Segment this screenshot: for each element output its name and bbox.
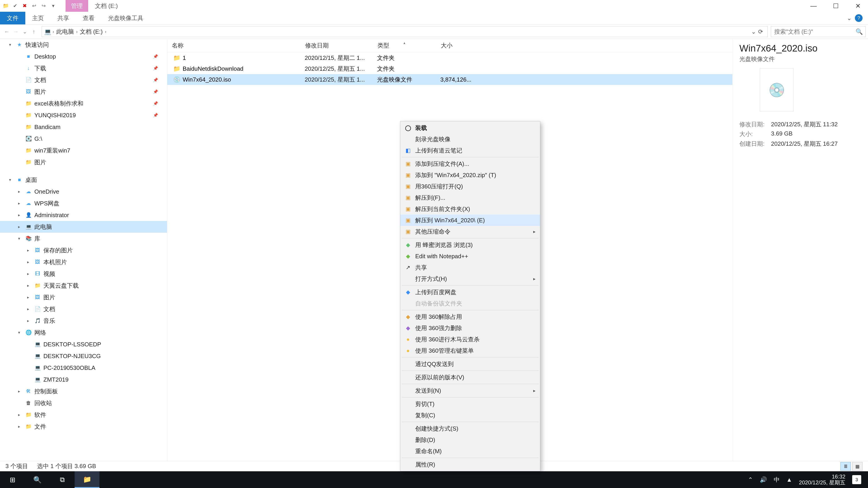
nav-item[interactable]: 💻DESKTOP-LSSOEDP bbox=[0, 338, 167, 350]
tree-caret-icon[interactable]: ▸ bbox=[25, 283, 31, 288]
nav-item[interactable]: ▸📁天翼云盘下载 bbox=[0, 280, 167, 291]
tree-caret-icon[interactable]: ▸ bbox=[25, 318, 31, 323]
nav-item[interactable]: ▸💻此电脑 bbox=[0, 221, 167, 233]
taskbar-date[interactable]: 2020/12/25, 星期五 bbox=[799, 480, 845, 486]
tree-caret-icon[interactable]: ▸ bbox=[25, 306, 31, 312]
redo-icon[interactable]: ↪ bbox=[40, 2, 47, 9]
nav-item[interactable]: ▸🖼本机照片 bbox=[0, 256, 167, 268]
tree-caret-icon[interactable]: ▾ bbox=[7, 42, 13, 47]
explorer-taskbar-icon[interactable]: 📁 bbox=[74, 471, 99, 488]
nav-item[interactable]: 🖼图片📌 bbox=[0, 86, 167, 98]
view-icons-button[interactable]: ▦ bbox=[852, 462, 863, 470]
tray-overflow-icon[interactable]: ⌃ bbox=[748, 476, 753, 483]
nav-item[interactable]: ▸📄文档 bbox=[0, 303, 167, 315]
ribbon-expand-icon[interactable]: ⌄ bbox=[847, 15, 852, 22]
context-menu-item[interactable]: ▣添加到压缩文件(A)... bbox=[400, 158, 540, 169]
context-menu-item[interactable]: 创建快捷方式(S) bbox=[400, 423, 540, 434]
nav-item[interactable]: ↓下载📌 bbox=[0, 62, 167, 74]
context-menu-item[interactable]: ●使用 360进行木马云查杀 bbox=[400, 334, 540, 345]
nav-item[interactable]: 📁YUNQISHI2019📌 bbox=[0, 109, 167, 121]
tree-caret-icon[interactable]: ▸ bbox=[25, 248, 31, 253]
search-input[interactable] bbox=[774, 28, 856, 35]
context-menu-item[interactable]: 通过QQ发送到 bbox=[400, 358, 540, 369]
nav-item[interactable]: 📁图片 bbox=[0, 156, 167, 168]
task-view-button[interactable]: ⧉ bbox=[50, 471, 74, 488]
context-menu-item[interactable]: ◆用 蜂蜜浏览器 浏览(3) bbox=[400, 239, 540, 251]
tree-caret-icon[interactable]: ▸ bbox=[16, 201, 22, 206]
context-menu-item[interactable]: 剪切(T) bbox=[400, 398, 540, 410]
context-menu-item[interactable]: ▣解压到 Win7x64_2020\ (E) bbox=[400, 215, 540, 226]
ribbon-tab-disc-tools[interactable]: 光盘映像工具 bbox=[101, 12, 150, 24]
ime-indicator[interactable]: 中 bbox=[774, 476, 780, 484]
nav-item[interactable]: 💻ZMT2019 bbox=[0, 374, 167, 385]
up-button[interactable]: ↑ bbox=[29, 27, 38, 36]
context-menu-item[interactable]: 复制(C) bbox=[400, 410, 540, 421]
start-button[interactable]: ⊞ bbox=[0, 471, 25, 488]
context-menu-item[interactable]: ●使用 360管理右键菜单 bbox=[400, 345, 540, 356]
nav-item[interactable]: ▸📁软件 bbox=[0, 409, 167, 421]
column-date[interactable]: 修改日期 bbox=[301, 41, 373, 50]
file-row[interactable]: 📁12020/12/15, 星期二 1...文件夹 bbox=[167, 53, 733, 63]
search-icon[interactable]: 🔍 bbox=[856, 28, 863, 35]
tree-caret-icon[interactable]: ▸ bbox=[16, 224, 22, 229]
taskbar-search-button[interactable]: 🔍 bbox=[25, 471, 50, 488]
forward-button[interactable]: → bbox=[11, 27, 20, 36]
dropdown-icon[interactable]: ▾ bbox=[50, 2, 57, 9]
delete-icon[interactable]: ✖ bbox=[21, 2, 28, 9]
undo-icon[interactable]: ↩ bbox=[31, 2, 37, 9]
file-row[interactable]: 📁BaiduNetdiskDownload2020/12/25, 星期五 1..… bbox=[167, 63, 733, 74]
context-menu-item[interactable]: ▣其他压缩命令▸ bbox=[400, 226, 540, 237]
column-name[interactable]: 名称 bbox=[167, 41, 301, 50]
context-menu-item[interactable]: ↗共享 bbox=[400, 262, 540, 273]
ribbon-tab-home[interactable]: 主页 bbox=[25, 12, 51, 24]
nav-item[interactable]: 💻DESKTOP-NJEU3CG bbox=[0, 350, 167, 362]
nav-item[interactable]: ▸🎵音乐 bbox=[0, 315, 167, 327]
nav-item[interactable]: 📁excel表格制作求和📌 bbox=[0, 98, 167, 109]
context-menu-item[interactable]: 属性(R) bbox=[400, 459, 540, 470]
context-menu-item[interactable]: ▣添加到 "Win7x64_2020.zip" (T) bbox=[400, 169, 540, 181]
breadcrumb-root[interactable]: 此电脑 bbox=[55, 28, 75, 36]
context-menu-item[interactable]: 删除(D) bbox=[400, 434, 540, 446]
breadcrumb-folder[interactable]: 文档 (E:) bbox=[79, 28, 103, 36]
ribbon-tab-view[interactable]: 查看 bbox=[76, 12, 101, 24]
context-menu-item[interactable]: ◯装载 bbox=[400, 122, 540, 133]
context-menu-item[interactable]: ◆使用 360强力删除 bbox=[400, 322, 540, 334]
tree-caret-icon[interactable]: ▸ bbox=[16, 213, 22, 218]
tree-caret-icon[interactable]: ▸ bbox=[25, 260, 31, 265]
context-menu-item[interactable]: ▣解压到当前文件夹(X) bbox=[400, 203, 540, 215]
tree-caret-icon[interactable]: ▸ bbox=[16, 412, 22, 417]
view-details-button[interactable]: ≣ bbox=[840, 462, 851, 470]
notification-center-icon[interactable]: 3 bbox=[852, 475, 861, 484]
context-menu-item[interactable]: 刻录光盘映像 bbox=[400, 133, 540, 145]
nav-item[interactable]: ▾🌐网络 bbox=[0, 327, 167, 338]
context-menu-item[interactable]: 还原以前的版本(V) bbox=[400, 372, 540, 383]
tree-caret-icon[interactable]: ▸ bbox=[25, 295, 31, 300]
nav-item[interactable]: 📁Bandicam bbox=[0, 121, 167, 133]
file-row[interactable]: 💿Win7x64_2020.iso2020/12/25, 星期五 1...光盘映… bbox=[167, 74, 733, 85]
maximize-button[interactable]: ☐ bbox=[826, 0, 846, 12]
tree-caret-icon[interactable]: ▸ bbox=[25, 271, 31, 276]
nav-item[interactable]: 🗑回收站 bbox=[0, 397, 167, 409]
context-menu-item[interactable]: ◧上传到有道云笔记 bbox=[400, 145, 540, 156]
save-icon[interactable]: ✔ bbox=[12, 2, 19, 9]
ribbon-tab-share[interactable]: 共享 bbox=[51, 12, 76, 24]
search-box[interactable]: 🔍 bbox=[771, 26, 866, 37]
tree-caret-icon[interactable]: ▾ bbox=[7, 177, 13, 182]
nav-item[interactable]: ▸🛠控制面板 bbox=[0, 385, 167, 397]
context-menu-item[interactable]: 重命名(M) bbox=[400, 446, 540, 457]
tree-caret-icon[interactable]: ▸ bbox=[16, 424, 22, 429]
context-menu-item[interactable]: ◆Edit with Notepad++ bbox=[400, 251, 540, 262]
recent-locations-button[interactable]: ⌄ bbox=[20, 27, 29, 36]
nav-item[interactable]: 📄文档📌 bbox=[0, 74, 167, 86]
context-menu-item[interactable]: ◆使用 360解除占用 bbox=[400, 311, 540, 322]
tree-caret-icon[interactable]: ▸ bbox=[16, 189, 22, 194]
volume-icon[interactable]: 🔊 bbox=[760, 476, 767, 483]
context-menu-item[interactable]: 发送到(N)▸ bbox=[400, 385, 540, 396]
refresh-icon[interactable]: ⟳ bbox=[756, 28, 765, 35]
column-size[interactable]: 大小 bbox=[436, 41, 486, 50]
nav-item[interactable]: 💽G:\ bbox=[0, 133, 167, 144]
context-menu-item[interactable]: 打开方式(H)▸ bbox=[400, 273, 540, 285]
contextual-tab-manage[interactable]: 管理 bbox=[66, 0, 88, 12]
context-menu-item[interactable]: ▣解压到(F)... bbox=[400, 192, 540, 203]
breadcrumb[interactable]: 💻 › 此电脑 › 文档 (E:) › ⌄ ⟳ bbox=[41, 26, 768, 37]
